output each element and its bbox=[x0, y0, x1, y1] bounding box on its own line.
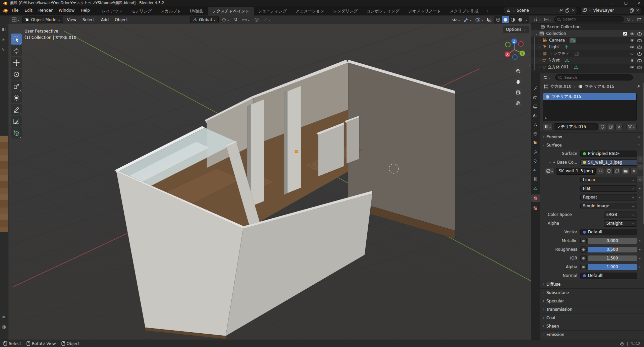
options-button[interactable]: Options⌄ bbox=[503, 26, 529, 33]
coat-panel-header[interactable]: ›Coat bbox=[540, 313, 644, 322]
menu-window[interactable]: Window bbox=[56, 7, 77, 14]
ptab-output[interactable] bbox=[531, 104, 540, 109]
tab-texture-paint[interactable]: テクスチャペイント bbox=[208, 7, 254, 15]
hide-eye-icon[interactable] bbox=[630, 58, 635, 63]
snap-settings-dropdown[interactable]: ⌄ bbox=[241, 16, 251, 23]
breadcrumb-material[interactable]: マテリアル.015 bbox=[585, 84, 614, 90]
pin-icon[interactable] bbox=[559, 8, 564, 13]
pivot-point-dropdown[interactable]: ⌄ bbox=[221, 16, 230, 23]
expand-icon[interactable]: › bbox=[539, 59, 541, 62]
tab-geometry-nodes[interactable]: ジオメトリノード bbox=[404, 7, 445, 15]
minimize-button[interactable]: — bbox=[610, 1, 614, 5]
visibility-dropdown[interactable]: ⌄ bbox=[451, 16, 461, 23]
disable-render-icon[interactable] bbox=[637, 38, 642, 43]
tab-compositing[interactable]: コンポジティング bbox=[362, 7, 404, 15]
navigation-gizmo[interactable]: Z Y X bbox=[503, 38, 526, 60]
browse-image-button[interactable]: ⌄ bbox=[545, 168, 555, 174]
ptab-particles[interactable] bbox=[531, 158, 540, 164]
menu-file[interactable]: File bbox=[9, 7, 21, 14]
outliner-row-light[interactable]: › Light bbox=[531, 44, 644, 50]
proportional-falloff-dropdown[interactable]: ⌄ bbox=[262, 16, 272, 23]
shading-rendered-button[interactable] bbox=[517, 16, 524, 23]
overlays-dropdown[interactable]: ⌄ bbox=[474, 16, 484, 23]
base-color-field[interactable]: SK_wall_1_3.jpeg bbox=[580, 159, 637, 166]
resize-grip[interactable]: ∷∷ bbox=[586, 117, 591, 120]
hide-eye-icon[interactable] bbox=[630, 45, 635, 50]
projection-dropdown[interactable]: Flat⌄ bbox=[580, 185, 637, 192]
image-name-field[interactable]: SK_wall_1_3.jpeg bbox=[556, 168, 595, 175]
mesh-data-icon[interactable] bbox=[574, 65, 579, 69]
source-dropdown[interactable]: Single Image⌄ bbox=[580, 203, 637, 209]
outliner-row-cube-001[interactable]: › ▽ 立方体.001 bbox=[531, 64, 644, 70]
properties-search-input[interactable] bbox=[564, 75, 630, 80]
unlink-image-button[interactable]: ✕ bbox=[630, 168, 637, 174]
vector-field[interactable]: Default bbox=[580, 229, 637, 235]
diffuse-panel-header[interactable]: ›Diffuse bbox=[540, 280, 644, 288]
tab-rendering[interactable]: レンダリング bbox=[329, 7, 362, 15]
material-slot-list[interactable]: マテリアル.015 ▸ ∷∷ bbox=[543, 93, 637, 121]
menu-icon[interactable]: ≡ bbox=[2, 315, 5, 320]
preview-panel-header[interactable]: › Preview ∷∷ bbox=[540, 132, 644, 141]
image-editor-sliver[interactable]: ◧ ✳ ✎ ≡ bbox=[0, 15, 8, 340]
shading-material-button[interactable] bbox=[509, 16, 517, 23]
zoom-button[interactable] bbox=[514, 66, 523, 76]
tab-scripting[interactable]: スクリプト作成 bbox=[445, 7, 483, 15]
tool-select-box[interactable] bbox=[11, 34, 22, 45]
hide-eye-icon[interactable] bbox=[630, 31, 635, 36]
blender-logo-icon[interactable] bbox=[3, 8, 8, 13]
specular-panel-header[interactable]: ›Specular bbox=[540, 297, 644, 305]
ptab-constraints[interactable] bbox=[531, 176, 540, 182]
browse-material-button[interactable]: ⌄ bbox=[543, 124, 553, 130]
hide-eye-icon[interactable] bbox=[630, 65, 635, 70]
ptab-tool[interactable] bbox=[531, 86, 540, 91]
ptab-texture[interactable] bbox=[531, 206, 540, 211]
shading-wireframe-button[interactable] bbox=[494, 16, 502, 23]
tool-add-cube[interactable] bbox=[11, 127, 22, 138]
tab-animation[interactable]: アニメーション bbox=[291, 7, 329, 15]
exclude-checkbox[interactable] bbox=[623, 32, 627, 36]
disable-render-icon[interactable] bbox=[637, 31, 642, 36]
ptab-physics[interactable] bbox=[531, 167, 540, 173]
transform-orientation-dropdown[interactable]: Global⌄ bbox=[190, 16, 219, 23]
expand-icon[interactable]: › bbox=[539, 45, 541, 49]
outliner-search[interactable] bbox=[554, 16, 624, 22]
mesh-data-icon[interactable] bbox=[565, 58, 570, 63]
ior-slider[interactable]: 1.500 bbox=[587, 255, 637, 262]
close-button[interactable]: ✕ bbox=[638, 1, 641, 5]
open-image-button[interactable] bbox=[622, 168, 629, 174]
tab-modeling[interactable]: モデリング bbox=[127, 7, 156, 15]
tab-layout[interactable]: レイアウト bbox=[98, 7, 127, 15]
material-name-field[interactable]: マテリアル.015 bbox=[554, 123, 598, 130]
light-data-icon[interactable] bbox=[564, 45, 569, 50]
color-space-dropdown[interactable]: sRGB⌄ bbox=[604, 212, 637, 218]
ptab-render[interactable] bbox=[531, 95, 540, 100]
transmission-panel-header[interactable]: ›Transmission bbox=[540, 305, 644, 313]
tool-cursor[interactable] bbox=[11, 45, 22, 56]
surface-shader-field[interactable]: Principled BSDF bbox=[580, 151, 637, 157]
expand-icon[interactable]: › bbox=[539, 52, 541, 55]
hidden-eye-icon[interactable] bbox=[630, 51, 635, 56]
image-fake-user-button[interactable] bbox=[605, 168, 612, 174]
ptab-modifiers[interactable] bbox=[531, 149, 540, 155]
sheen-panel-header[interactable]: ›Sheen bbox=[540, 322, 644, 330]
ptab-world[interactable] bbox=[531, 131, 540, 136]
shading-solid-button[interactable] bbox=[502, 16, 509, 23]
ptab-material[interactable] bbox=[531, 194, 540, 202]
hide-eye-icon[interactable] bbox=[630, 38, 635, 43]
roughness-socket[interactable] bbox=[580, 246, 587, 253]
fake-user-button[interactable] bbox=[599, 124, 606, 130]
add-workspace-button[interactable]: + bbox=[483, 7, 493, 15]
outliner-display-mode-button[interactable]: ⌄ bbox=[543, 16, 553, 23]
viewlayer-name[interactable]: ViewLayer bbox=[593, 8, 628, 13]
menu-view[interactable]: View bbox=[64, 16, 78, 23]
alpha-socket[interactable] bbox=[580, 264, 587, 270]
disable-render-icon[interactable] bbox=[637, 45, 642, 50]
disable-render-icon[interactable] bbox=[637, 51, 642, 56]
tool-annotate[interactable] bbox=[11, 104, 22, 115]
subsurface-panel-header[interactable]: ›Subsurface bbox=[540, 288, 644, 297]
empty-data-icon[interactable] bbox=[574, 51, 579, 56]
collapse-sidebar-icon[interactable]: ‹ bbox=[529, 63, 531, 67]
outliner-search-input[interactable] bbox=[563, 17, 622, 21]
tool-measure[interactable] bbox=[11, 116, 22, 127]
mode-selector[interactable]: Object Mode⌄ bbox=[22, 16, 63, 23]
